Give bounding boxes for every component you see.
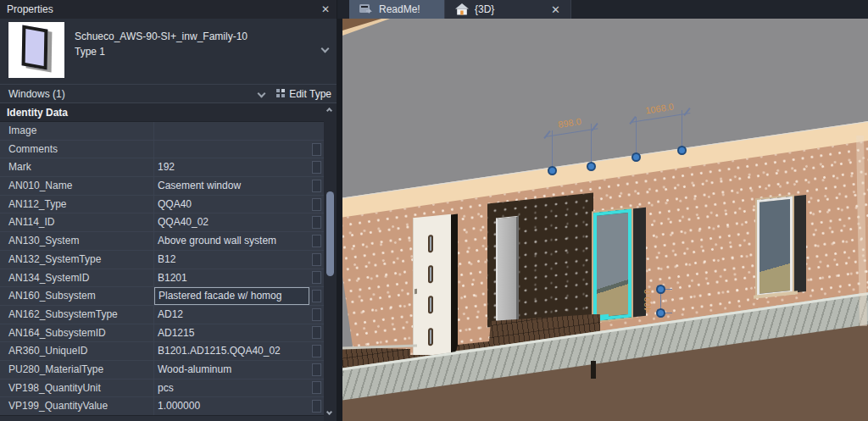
door-handle: [415, 289, 417, 294]
entrance-recess-wall[interactable]: [487, 192, 593, 327]
close-icon[interactable]: ✕: [321, 4, 330, 14]
associate-parameter-button[interactable]: [309, 287, 324, 305]
properties-panel: Properties ✕ Schueco_AWS-90-SI+_inw_Fami…: [0, 0, 337, 421]
property-name: AN134_SystemID: [0, 269, 154, 287]
property-row[interactable]: Image: [0, 122, 324, 141]
revit-window: Properties ✕ Schueco_AWS-90-SI+_inw_Fami…: [0, 0, 868, 421]
property-name: Mark: [0, 158, 154, 176]
property-value[interactable]: [154, 122, 309, 140]
property-row[interactable]: AN130_System Above ground wall system: [0, 232, 324, 251]
property-row[interactable]: AN160_Subsystem Plastered facade w/ homo…: [0, 287, 324, 306]
selected-casement-window[interactable]: [593, 208, 646, 322]
property-row[interactable]: AN134_SystemID B1201: [0, 269, 324, 288]
type-selector[interactable]: Schueco_AWS-90-SI+_inw_Family-10 Type 1: [0, 19, 337, 84]
property-value[interactable]: Plastered facade w/ homog: [154, 287, 309, 305]
scrollbar-thumb[interactable]: [326, 191, 334, 276]
scroll-up-icon[interactable]: [326, 108, 332, 114]
grip-handle[interactable]: [632, 152, 641, 162]
grip-handle[interactable]: [677, 146, 687, 155]
associate-parameter-button[interactable]: [309, 196, 324, 213]
property-row[interactable]: Comments: [0, 141, 324, 159]
property-value[interactable]: B1201: [154, 269, 309, 287]
section-header[interactable]: Identity Data: [0, 103, 324, 122]
associate-parameter-button[interactable]: [309, 232, 324, 250]
property-row[interactable]: VP199_QuantityValue 1.000000: [0, 397, 324, 416]
property-row[interactable]: AR360_UniqueID B1201.AD1215.QQA40_02: [0, 342, 324, 361]
associate-parameter-button[interactable]: [309, 141, 324, 158]
property-row[interactable]: PU280_MaterialType Wood-aluminum: [0, 361, 324, 379]
property-value[interactable]: Wood-aluminum: [154, 361, 309, 379]
property-value[interactable]: B12: [154, 251, 309, 269]
filter-chevron-icon[interactable]: [258, 90, 266, 98]
selected-window-glass: [593, 209, 632, 322]
property-row[interactable]: Mark 192: [0, 158, 324, 177]
property-value[interactable]: AD1215: [154, 324, 309, 342]
associate-parameter-button[interactable]: [309, 122, 324, 140]
filter-row: Windows (1) Edit Type: [0, 84, 337, 103]
associate-parameter-button[interactable]: [309, 397, 324, 415]
property-value[interactable]: pcs: [154, 379, 309, 397]
property-value[interactable]: Casement window: [154, 177, 309, 195]
property-value[interactable]: B1201.AD1215.QQA40_02: [154, 342, 309, 360]
property-value[interactable]: 1.000000: [154, 397, 309, 415]
property-name: AN132_SystemType: [0, 251, 154, 269]
associate-parameter-button[interactable]: [309, 269, 324, 287]
property-value[interactable]: QQA40_02: [154, 213, 309, 231]
property-value[interactable]: [154, 141, 309, 158]
property-name: AN130_System: [0, 232, 154, 250]
recess-door-gray[interactable]: [496, 216, 519, 325]
home-icon: [455, 3, 469, 15]
grip-handle[interactable]: [656, 308, 665, 318]
property-row[interactable]: AN162_SubsystemType AD12: [0, 306, 324, 324]
3d-viewport[interactable]: 898.0 1068.0 400.0: [342, 19, 868, 421]
grip-handle[interactable]: [587, 162, 596, 171]
property-name: AN112_Type: [0, 196, 154, 213]
grip-handle[interactable]: [656, 285, 665, 294]
property-name: AN160_Subsystem: [0, 287, 154, 305]
property-name: PU280_MaterialType: [0, 361, 154, 379]
properties-table: Identity Data Image Comments Mark 192 AN…: [0, 103, 324, 416]
edit-type-button[interactable]: Edit Type: [276, 88, 331, 100]
right-window[interactable]: [757, 195, 806, 296]
vertical-scrollbar[interactable]: [324, 103, 337, 421]
property-row[interactable]: AN164_SubsystemID AD1215: [0, 324, 324, 343]
panel-splitter[interactable]: [337, 0, 342, 421]
associate-parameter-button[interactable]: [309, 306, 324, 324]
type-thumbnail: [8, 22, 64, 78]
property-row[interactable]: AN132_SystemType B12: [0, 251, 324, 269]
property-row[interactable]: AN010_Name Casement window: [0, 177, 324, 196]
tab-3d[interactable]: {3D} ✕: [444, 0, 571, 19]
type-selector-text: Schueco_AWS-90-SI+_inw_Family-10 Type 1: [75, 29, 316, 59]
property-name: AR360_UniqueID: [0, 342, 154, 360]
property-name: VP199_QuantityValue: [0, 397, 154, 415]
grip-handle[interactable]: [548, 166, 557, 175]
property-value[interactable]: 192: [154, 158, 309, 176]
associate-parameter-button[interactable]: [309, 177, 324, 195]
scroll-down-icon[interactable]: [326, 409, 332, 415]
tab-readme[interactable]: ReadMe!: [349, 0, 444, 19]
associate-parameter-button[interactable]: [309, 251, 324, 269]
associate-parameter-button[interactable]: [309, 379, 324, 397]
property-row[interactable]: VP198_QuantityUnit pcs: [0, 379, 324, 398]
associate-parameter-button[interactable]: [309, 158, 324, 176]
category-filter-label[interactable]: Windows (1): [8, 88, 259, 100]
tab-3d-label: {3D}: [475, 3, 494, 15]
associate-parameter-button[interactable]: [309, 213, 324, 231]
associate-parameter-button[interactable]: [309, 324, 324, 342]
property-row[interactable]: AN112_Type QQA40: [0, 196, 324, 214]
property-row[interactable]: AN114_ID QQA40_02: [0, 213, 324, 232]
associate-parameter-button[interactable]: [309, 342, 324, 360]
associate-parameter-button[interactable]: [309, 361, 324, 379]
property-value[interactable]: AD12: [154, 306, 309, 324]
property-value[interactable]: QQA40: [154, 196, 309, 213]
property-name: VP198_QuantityUnit: [0, 379, 154, 397]
properties-title: Properties: [7, 3, 53, 15]
property-name: AN010_Name: [0, 177, 154, 195]
dimension-400-label[interactable]: 400.0: [643, 283, 653, 319]
type-dropdown-icon[interactable]: [321, 45, 330, 53]
tab-close-icon[interactable]: ✕: [551, 4, 560, 15]
entrance-door-white[interactable]: [413, 214, 451, 357]
property-value[interactable]: Above ground wall system: [154, 232, 309, 250]
property-name: AN114_ID: [0, 213, 154, 231]
tab-readme-label: ReadMe!: [379, 3, 420, 15]
